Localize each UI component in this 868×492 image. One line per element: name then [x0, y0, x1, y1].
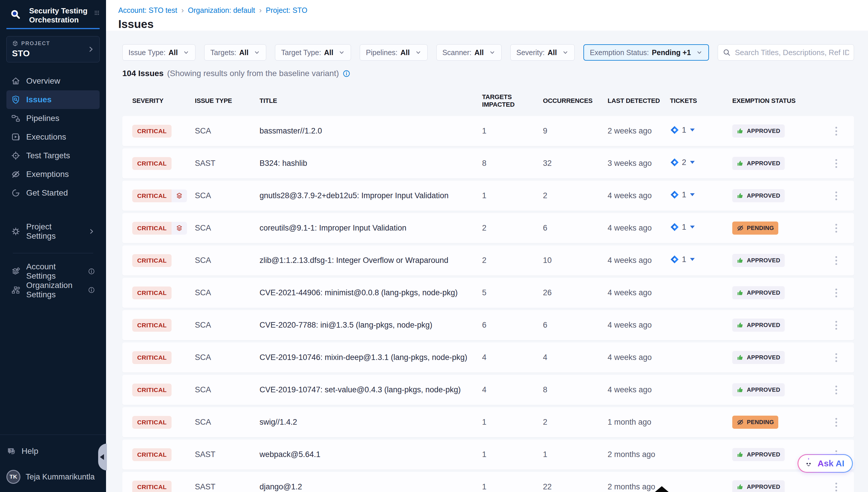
ticket-chip[interactable]: 2 [670, 158, 695, 167]
chevron-down-icon [489, 49, 496, 56]
filter-target-type[interactable]: Target Type: All [275, 44, 351, 60]
issue-row[interactable]: CRITICAL SCA swig//1.4.2 1 2 1 month ago… [122, 407, 854, 437]
issue-title[interactable]: gnutls28@3.7.9-2+deb12u5: Improper Input… [260, 191, 482, 200]
row-menu-button[interactable] [834, 416, 839, 428]
filter-pipelines[interactable]: Pipelines: All [360, 44, 427, 60]
filter-value: All [168, 48, 178, 57]
issue-title[interactable]: webpack@5.64.1 [260, 450, 482, 459]
sidebar-item-account-settings[interactable]: Account Settings [6, 262, 100, 281]
issue-title[interactable]: B324: hashlib [260, 159, 482, 168]
filter-severity[interactable]: Severity: All [510, 44, 575, 60]
chevron-down-icon [339, 49, 345, 56]
sidebar-item-organization-settings[interactable]: Organization Settings [6, 281, 100, 299]
info-icon[interactable] [88, 287, 95, 294]
severity-cell: CRITICAL [132, 416, 195, 429]
sidebar-item-issues[interactable]: Issues [6, 90, 100, 109]
row-menu-button[interactable] [834, 287, 839, 299]
filter-label: Exemption Status: [590, 48, 649, 57]
filter-exemption-status[interactable]: Exemption Status: Pending +1 [583, 44, 709, 60]
help-button[interactable]: Help [6, 445, 100, 458]
targets-impacted-cell: 1 [482, 450, 543, 459]
row-menu-button[interactable] [834, 125, 839, 137]
occurrences-cell: 8 [543, 385, 608, 394]
jira-ticket-icon [670, 190, 679, 199]
row-menu-button[interactable] [834, 254, 839, 267]
row-menu-button[interactable] [834, 319, 839, 331]
search-input[interactable] [735, 48, 849, 57]
thumbs-up-icon [737, 451, 744, 458]
module-switcher-grid-icon[interactable] [94, 8, 100, 18]
row-menu-button[interactable] [834, 190, 839, 202]
sidebar-item-get-started[interactable]: Get Started [6, 183, 100, 202]
issue-row[interactable]: CRITICAL SCA CVE-2019-10746: mixin-deep@… [122, 343, 854, 372]
issue-row[interactable]: CRITICAL SCA zlib@1:1.2.13.dfsg-1: Integ… [122, 245, 854, 275]
issue-row[interactable]: CRITICAL SAST django@1.2 1 22 2 months a… [122, 472, 854, 492]
exemption-status-badge: APPROVED [732, 319, 785, 332]
issue-row[interactable]: CRITICAL SCA gnutls28@3.7.9-2+deb12u5: I… [122, 181, 854, 211]
exemption-status-cell: APPROVED [732, 124, 820, 138]
issue-title[interactable]: CVE-2019-10747: set-value@0.4.3 (lang-pk… [260, 385, 482, 394]
row-menu-button[interactable] [834, 481, 839, 492]
row-menu-button[interactable] [834, 222, 839, 234]
issue-row[interactable]: CRITICAL SCA CVE-2019-10747: set-value@0… [122, 375, 854, 405]
issue-title[interactable]: swig//1.4.2 [260, 418, 482, 427]
severity-badge-label: CRITICAL [132, 416, 172, 429]
issue-row[interactable]: CRITICAL SCA CVE-2020-7788: ini@1.3.5 (l… [122, 310, 854, 340]
info-icon[interactable] [88, 268, 95, 275]
ticket-chip[interactable]: 1 [670, 222, 695, 232]
baseline-note: (Showing results only from the baseline … [167, 69, 339, 78]
row-menu-cell [820, 125, 844, 137]
row-menu-cell [820, 287, 844, 299]
breadcrumb-organization-link[interactable]: Organization: default [188, 6, 255, 15]
issue-row[interactable]: CRITICAL SAST webpack@5.64.1 1 1 2 month… [122, 440, 854, 470]
row-menu-button[interactable] [834, 157, 839, 170]
ask-ai-button[interactable]: Ask AI [797, 454, 853, 473]
filter-issue-type[interactable]: Issue Type: All [122, 44, 195, 60]
exemption-status-cell: PENDING [732, 416, 820, 429]
issue-title[interactable]: CVE-2019-10746: mixin-deep@1.3.1 (lang-p… [260, 353, 482, 362]
header-occurrences: OCCURRENCES [543, 97, 608, 105]
filter-scanner[interactable]: Scanner: All [436, 44, 502, 60]
project-selector[interactable]: PROJECT STO [6, 36, 100, 63]
ticket-chip[interactable]: 1 [670, 255, 695, 264]
issue-row[interactable]: CRITICAL SAST B324: hashlib 8 32 3 weeks… [122, 148, 854, 178]
sidebar-item-label: Project Settings [26, 222, 82, 241]
sidebar-item-pipelines[interactable]: Pipelines [6, 109, 100, 128]
user-menu[interactable]: TK Teja Kummarikuntla [6, 469, 100, 485]
filter-targets[interactable]: Targets: All [204, 44, 266, 60]
sidebar-collapse-handle[interactable] [98, 444, 107, 470]
sidebar-item-test-targets[interactable]: Test Targets [6, 146, 100, 165]
issue-row[interactable]: CRITICAL SCA CVE-2021-44906: minimist@0.… [122, 278, 854, 308]
issue-row[interactable]: CRITICAL SCA coreutils@9.1-1: Improper I… [122, 213, 854, 243]
info-icon[interactable] [343, 70, 350, 77]
breadcrumb-project-link[interactable]: Project: STO [266, 6, 307, 15]
filter-value: All [239, 48, 248, 57]
sidebar-item-overview[interactable]: Overview [6, 72, 100, 90]
row-menu-button[interactable] [834, 384, 839, 396]
issue-title[interactable]: CVE-2021-44906: minimist@0.0.8 (lang-pkg… [260, 288, 482, 297]
issue-title[interactable]: CVE-2020-7788: ini@1.3.5 (lang-pkgs, nod… [260, 321, 482, 330]
breadcrumb-account-link[interactable]: Account: STO test [118, 6, 177, 15]
row-menu-button[interactable] [834, 351, 839, 364]
sidebar-item-exemptions[interactable]: Exemptions [6, 165, 100, 183]
ticket-chip[interactable]: 1 [670, 190, 695, 199]
ticket-caret-icon [690, 128, 695, 131]
filter-label: Severity: [517, 48, 545, 57]
issue-title[interactable]: django@1.2 [260, 483, 482, 491]
targets-impacted-cell: 4 [482, 385, 543, 394]
jira-ticket-icon [670, 125, 679, 135]
severity-cell: CRITICAL [132, 319, 195, 332]
issue-title[interactable]: zlib@1:1.2.13.dfsg-1: Integer Overflow o… [260, 256, 482, 265]
sidebar-item-executions[interactable]: Executions [6, 128, 100, 146]
layers-icon [175, 192, 183, 200]
row-menu-cell [820, 481, 844, 492]
issue-row[interactable]: CRITICAL SCA bassmaster//1.2.0 1 9 2 wee… [122, 116, 854, 146]
row-menu-cell [820, 351, 844, 364]
issue-title[interactable]: bassmaster//1.2.0 [260, 126, 482, 136]
issue-type-cell: SCA [195, 288, 260, 297]
page-header: Account: STO test › Organization: defaul… [106, 0, 868, 31]
ticket-chip[interactable]: 1 [670, 125, 695, 135]
ticket-count: 2 [682, 158, 686, 167]
sidebar-item-project-settings[interactable]: Project Settings [6, 222, 100, 241]
issue-title[interactable]: coreutils@9.1-1: Improper Input Validati… [260, 224, 482, 232]
